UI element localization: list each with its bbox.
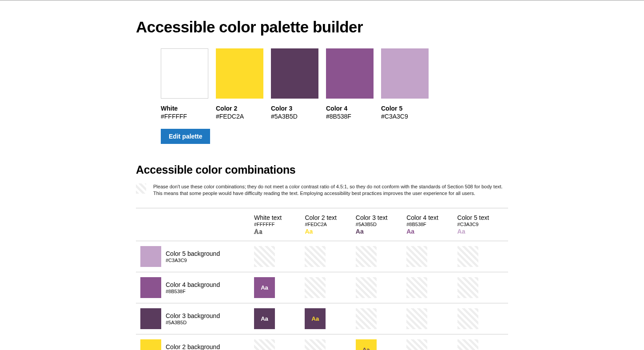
combo-fail — [406, 308, 427, 329]
row-label: Color 5 background#C3A3C9 — [136, 246, 254, 267]
palette-item: Color 3#5A3B5D — [271, 48, 318, 120]
combo-fail — [254, 339, 275, 350]
combo-cell — [305, 339, 355, 350]
combo-cell — [406, 246, 457, 267]
combo-cell — [305, 277, 355, 298]
column-hex: #FFFFFF — [254, 222, 305, 227]
combo-cell — [457, 308, 508, 329]
combo-cell: Aa — [305, 308, 355, 329]
palette-item: Color 4#8B538F — [326, 48, 374, 120]
column-header: Color 4 text#8B538FAa — [406, 214, 457, 235]
combo-cell — [457, 339, 508, 350]
column-title: White text — [254, 214, 305, 221]
column-sample: Aa — [356, 228, 406, 235]
page-title: Accessible color palette builder — [136, 18, 508, 36]
palette-swatch[interactable] — [326, 48, 374, 99]
row-label: Color 2 background#FEDC2A — [136, 339, 254, 350]
row-hex: #5A3B5D — [166, 320, 220, 325]
combo-cell — [457, 277, 508, 298]
combo-fail — [406, 246, 427, 267]
column-header: Color 3 text#5A3B5DAa — [356, 214, 406, 235]
combo-cell — [254, 246, 305, 267]
palette-row: White#FFFFFFColor 2#FEDC2AColor 3#5A3B5D… — [136, 48, 508, 120]
combo-cell: Aa — [254, 308, 305, 329]
row-title: Color 5 background — [166, 250, 220, 257]
combo-pass: Aa — [305, 308, 326, 329]
combinations-title: Accessible color combinations — [136, 163, 508, 176]
row-swatch — [140, 308, 161, 329]
column-hex: #5A3B5D — [356, 222, 406, 227]
combo-cell — [356, 277, 406, 298]
palette-swatch[interactable] — [216, 48, 263, 99]
combo-fail — [305, 246, 326, 267]
palette-name: Color 5 — [381, 105, 429, 112]
palette-swatch[interactable] — [161, 48, 208, 99]
combinations-grid: White text#FFFFFFAaColor 2 text#FEDC2AAa… — [136, 208, 508, 350]
column-hex: #8B538F — [406, 222, 457, 227]
column-header: Color 2 text#FEDC2AAa — [305, 214, 355, 235]
row-title: Color 4 background — [166, 281, 220, 288]
combo-cell — [356, 246, 406, 267]
palette-swatch[interactable] — [381, 48, 429, 99]
grid-row: Color 5 background#C3A3C9 — [136, 241, 508, 272]
palette-item: White#FFFFFF — [161, 48, 208, 120]
column-title: Color 4 text — [406, 214, 457, 221]
palette-item: Color 5#C3A3C9 — [381, 48, 429, 120]
row-label: Color 3 background#5A3B5D — [136, 308, 254, 329]
palette-name: White — [161, 105, 208, 112]
combo-fail — [305, 277, 326, 298]
combo-cell: Aa — [254, 277, 305, 298]
column-header: White text#FFFFFFAa — [254, 214, 305, 235]
combo-pass: Aa — [254, 308, 275, 329]
combo-cell — [457, 246, 508, 267]
palette-name: Color 3 — [271, 105, 318, 112]
combo-cell: Aa — [356, 339, 406, 350]
row-label: Color 4 background#8B538F — [136, 277, 254, 298]
row-swatch — [140, 339, 161, 350]
combo-pass: Aa — [254, 277, 275, 298]
row-hex: #C3A3C9 — [166, 258, 220, 263]
grid-row: Color 4 background#8B538FAa — [136, 272, 508, 303]
column-title: Color 3 text — [356, 214, 406, 221]
column-title: Color 2 text — [305, 214, 355, 221]
row-hex: #8B538F — [166, 289, 220, 294]
grid-header: White text#FFFFFFAaColor 2 text#FEDC2AAa… — [136, 208, 508, 241]
grid-row: Color 2 background#FEDC2AAa — [136, 334, 508, 350]
palette-name: Color 2 — [216, 105, 263, 112]
grid-row: Color 3 background#5A3B5DAaAa — [136, 303, 508, 334]
palette-name: Color 4 — [326, 105, 374, 112]
combo-cell — [406, 277, 457, 298]
column-sample: Aa — [254, 228, 305, 235]
combo-fail — [457, 246, 478, 267]
palette-item: Color 2#FEDC2A — [216, 48, 263, 120]
combo-fail — [356, 308, 377, 329]
warning-row: Please don't use these color combination… — [136, 183, 508, 197]
combo-fail — [356, 246, 377, 267]
combo-cell — [406, 339, 457, 350]
combo-cell — [254, 339, 305, 350]
combo-cell — [406, 308, 457, 329]
warning-text: Please don't use these color combination… — [153, 183, 508, 197]
palette-swatch[interactable] — [271, 48, 318, 99]
row-title: Color 2 background — [166, 343, 220, 350]
combo-fail — [356, 277, 377, 298]
combo-fail — [457, 308, 478, 329]
row-swatch — [140, 277, 161, 298]
row-swatch — [140, 246, 161, 267]
palette-hex: #8B538F — [326, 113, 374, 120]
combo-cell — [356, 308, 406, 329]
combo-fail — [406, 339, 427, 350]
column-sample: Aa — [305, 228, 355, 235]
palette-hex: #FEDC2A — [216, 113, 263, 120]
column-sample: Aa — [406, 228, 457, 235]
column-header: Color 5 text#C3A3C9Aa — [457, 214, 508, 235]
row-title: Color 3 background — [166, 312, 220, 319]
column-sample: Aa — [457, 228, 508, 235]
warning-swatch-icon — [136, 183, 146, 194]
palette-hex: #5A3B5D — [271, 113, 318, 120]
combo-fail — [254, 246, 275, 267]
palette-hex: #FFFFFF — [161, 113, 208, 120]
combo-pass: Aa — [356, 339, 377, 350]
column-hex: #C3A3C9 — [457, 222, 508, 227]
edit-palette-button[interactable]: Edit palette — [161, 129, 210, 144]
